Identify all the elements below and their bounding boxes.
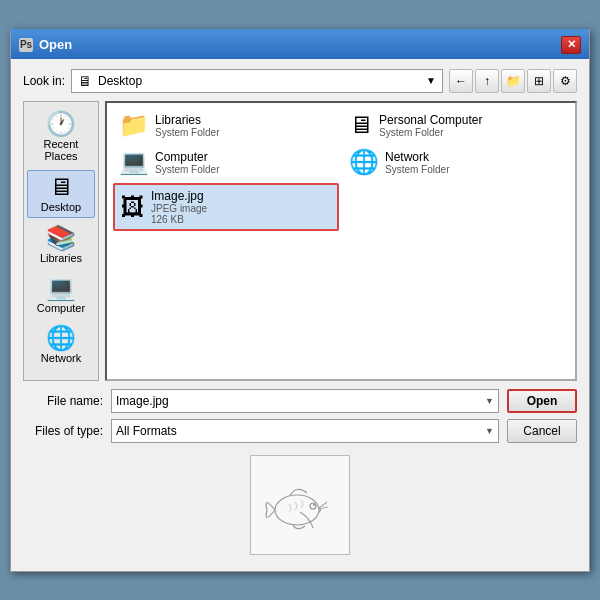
sidebar-item-libraries[interactable]: 📚 Libraries bbox=[27, 222, 95, 268]
sidebar-label-computer: Computer bbox=[37, 302, 85, 314]
personal-computer-name: Personal Computer bbox=[379, 113, 482, 127]
file-item-image-jpg[interactable]: 🖼 Image.jpg JPEG image 126 KB bbox=[113, 183, 339, 231]
cancel-button[interactable]: Cancel bbox=[507, 419, 577, 443]
sidebar-item-desktop[interactable]: 🖥 Desktop bbox=[27, 170, 95, 218]
file-browser: 📁 Libraries System Folder 🖥 Personal Com… bbox=[105, 101, 577, 381]
network-folder-icon: 🌐 bbox=[349, 150, 379, 174]
image-jpg-type: JPEG image bbox=[151, 203, 207, 214]
create-folder-button[interactable]: 📁 bbox=[501, 69, 525, 93]
sidebar: 🕐 Recent Places 🖥 Desktop 📚 Libraries 💻 … bbox=[23, 101, 99, 381]
look-in-dropdown[interactable]: 🖥 Desktop ▼ bbox=[71, 69, 443, 93]
close-button[interactable]: ✕ bbox=[561, 36, 581, 54]
title-bar: Ps Open ✕ bbox=[11, 31, 589, 59]
network-sub: System Folder bbox=[385, 164, 449, 175]
personal-computer-icon: 🖥 bbox=[349, 113, 373, 137]
file-item-computer[interactable]: 💻 Computer System Folder bbox=[113, 146, 339, 179]
desktop-icon: 🖥 bbox=[49, 175, 73, 199]
look-in-label: Look in: bbox=[23, 74, 65, 88]
image-jpg-size: 126 KB bbox=[151, 214, 207, 225]
view-toggle-button[interactable]: ⊞ bbox=[527, 69, 551, 93]
fish-sketch-svg bbox=[255, 460, 345, 550]
look-in-arrow-icon: ▼ bbox=[426, 75, 436, 86]
recent-places-icon: 🕐 bbox=[46, 112, 76, 136]
bottom-section: File name: Image.jpg ▼ Open Files of typ… bbox=[23, 389, 577, 443]
toolbar-buttons: ← ↑ 📁 ⊞ ⚙ bbox=[449, 69, 577, 93]
sidebar-item-computer[interactable]: 💻 Computer bbox=[27, 272, 95, 318]
network-icon: 🌐 bbox=[46, 326, 76, 350]
open-button[interactable]: Open bbox=[507, 389, 577, 413]
image-jpg-name: Image.jpg bbox=[151, 189, 207, 203]
libraries-sub: System Folder bbox=[155, 127, 219, 138]
sidebar-label-desktop: Desktop bbox=[41, 201, 81, 213]
sidebar-label-network: Network bbox=[41, 352, 81, 364]
svg-point-0 bbox=[275, 495, 319, 525]
toolbar-row: Look in: 🖥 Desktop ▼ ← ↑ 📁 ⊞ ⚙ bbox=[23, 69, 577, 93]
sidebar-label-recent-places: Recent Places bbox=[29, 138, 93, 162]
sidebar-item-network[interactable]: 🌐 Network bbox=[27, 322, 95, 368]
libraries-icon: 📚 bbox=[46, 226, 76, 250]
computer-folder-icon: 💻 bbox=[119, 150, 149, 174]
preview-area bbox=[23, 449, 577, 561]
look-in-value: Desktop bbox=[98, 74, 142, 88]
back-button[interactable]: ← bbox=[449, 69, 473, 93]
computer-icon: 💻 bbox=[46, 276, 76, 300]
image-jpg-icon: 🖼 bbox=[121, 195, 145, 219]
image-preview bbox=[250, 455, 350, 555]
dialog-content: Look in: 🖥 Desktop ▼ ← ↑ 📁 ⊞ ⚙ 🕐 Recent … bbox=[11, 59, 589, 571]
file-item-network[interactable]: 🌐 Network System Folder bbox=[343, 146, 569, 179]
computer-name: Computer bbox=[155, 150, 219, 164]
svg-point-1 bbox=[310, 503, 316, 509]
computer-sub: System Folder bbox=[155, 164, 219, 175]
filetype-dropdown-icon: ▼ bbox=[485, 426, 494, 436]
filetype-dropdown[interactable]: All Formats ▼ bbox=[111, 419, 499, 443]
filename-input[interactable]: Image.jpg ▼ bbox=[111, 389, 499, 413]
network-name: Network bbox=[385, 150, 449, 164]
main-area: 🕐 Recent Places 🖥 Desktop 📚 Libraries 💻 … bbox=[23, 101, 577, 381]
sidebar-item-recent-places[interactable]: 🕐 Recent Places bbox=[27, 108, 95, 166]
sidebar-label-libraries: Libraries bbox=[40, 252, 82, 264]
filetype-row: Files of type: All Formats ▼ Cancel bbox=[23, 419, 577, 443]
look-in-folder-icon: 🖥 bbox=[78, 73, 92, 89]
filename-label: File name: bbox=[23, 394, 103, 408]
svg-point-2 bbox=[313, 504, 315, 506]
config-button[interactable]: ⚙ bbox=[553, 69, 577, 93]
personal-computer-sub: System Folder bbox=[379, 127, 482, 138]
file-item-libraries[interactable]: 📁 Libraries System Folder bbox=[113, 109, 339, 142]
filename-dropdown-icon: ▼ bbox=[485, 396, 494, 406]
file-item-personal-computer[interactable]: 🖥 Personal Computer System Folder bbox=[343, 109, 569, 142]
filetype-label: Files of type: bbox=[23, 424, 103, 438]
filetype-value: All Formats bbox=[116, 424, 177, 438]
up-folder-button[interactable]: ↑ bbox=[475, 69, 499, 93]
dialog-title: Open bbox=[39, 37, 72, 52]
libraries-folder-icon: 📁 bbox=[119, 113, 149, 137]
filename-value: Image.jpg bbox=[116, 394, 169, 408]
open-dialog: Ps Open ✕ Look in: 🖥 Desktop ▼ ← ↑ 📁 ⊞ ⚙ bbox=[10, 29, 590, 572]
libraries-name: Libraries bbox=[155, 113, 219, 127]
filename-row: File name: Image.jpg ▼ Open bbox=[23, 389, 577, 413]
app-icon: Ps bbox=[19, 38, 33, 52]
